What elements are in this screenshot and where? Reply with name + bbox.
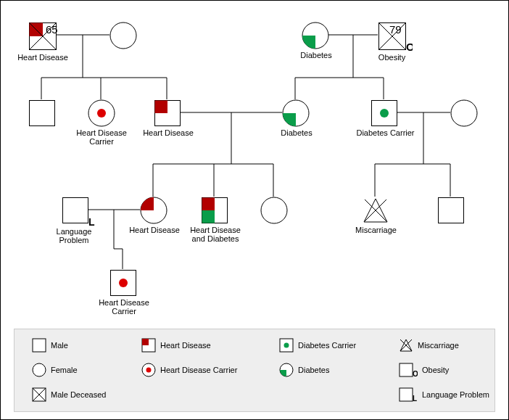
label-i3: Diabetes bbox=[291, 51, 342, 59]
label-j2: Heart Disease Carrier bbox=[72, 128, 131, 146]
label-k1: Language Problem bbox=[51, 227, 96, 244]
person-k2 bbox=[140, 197, 167, 226]
person-j3 bbox=[154, 99, 181, 128]
svg-point-40 bbox=[146, 368, 152, 373]
svg-point-25 bbox=[261, 197, 287, 223]
label-i4: Obesity bbox=[372, 53, 412, 62]
legend-female: Female bbox=[32, 363, 78, 377]
person-j1 bbox=[28, 99, 56, 128]
pedigree-connectors bbox=[1, 1, 508, 331]
svg-rect-10 bbox=[30, 101, 55, 126]
person-k1: L bbox=[62, 197, 95, 227]
legend-male-deceased: Male Deceased bbox=[32, 387, 106, 402]
person-i4: 79O bbox=[378, 22, 413, 52]
person-j4 bbox=[282, 99, 310, 128]
legend-panel: Male Female Male Deceased Heart Disease … bbox=[14, 329, 495, 412]
label-k5: Miscarriage bbox=[349, 226, 403, 234]
svg-text:O: O bbox=[406, 41, 413, 51]
legend-heart-disease-carrier: Heart Disease Carrier bbox=[141, 363, 237, 377]
label-j5: Diabetes Carrier bbox=[351, 128, 420, 137]
svg-rect-47 bbox=[400, 363, 413, 376]
person-k5 bbox=[362, 197, 389, 226]
svg-rect-19 bbox=[63, 198, 88, 223]
label-j3: Heart Disease bbox=[139, 128, 197, 137]
person-j2 bbox=[88, 99, 115, 128]
person-k6 bbox=[437, 197, 465, 226]
person-i3 bbox=[302, 22, 329, 51]
svg-point-17 bbox=[380, 109, 389, 118]
label-m1: Heart Disease Carrier bbox=[94, 298, 154, 316]
svg-text:L: L bbox=[88, 216, 95, 226]
label-i1: Heart Disease bbox=[14, 53, 72, 62]
svg-point-4 bbox=[110, 22, 136, 49]
svg-point-31 bbox=[119, 279, 128, 287]
person-i2 bbox=[109, 22, 137, 51]
pedigree-canvas: 65 Heart Disease Diabetes 79O Obesity He… bbox=[0, 0, 509, 420]
svg-rect-29 bbox=[439, 198, 464, 223]
label-k3: Heart Disease and Diabetes bbox=[185, 226, 246, 243]
svg-text:L: L bbox=[413, 395, 417, 402]
legend-obesity: OObesity bbox=[399, 363, 449, 377]
svg-rect-32 bbox=[33, 339, 46, 352]
person-k4 bbox=[260, 197, 288, 226]
svg-point-18 bbox=[451, 100, 477, 126]
legend-diabetes: Diabetes bbox=[279, 363, 329, 377]
svg-point-42 bbox=[284, 343, 289, 348]
svg-rect-23 bbox=[202, 198, 215, 211]
person-j6 bbox=[450, 99, 478, 128]
person-m1 bbox=[109, 269, 137, 298]
legend-male: Male bbox=[32, 338, 68, 353]
age-text: 79 bbox=[389, 23, 402, 36]
svg-point-33 bbox=[33, 363, 46, 376]
label-j4: Diabetes bbox=[271, 128, 322, 137]
age-text: 65 bbox=[46, 23, 57, 36]
person-i1: 65 bbox=[28, 22, 57, 52]
svg-rect-14 bbox=[155, 101, 168, 114]
person-j5 bbox=[371, 99, 398, 128]
legend-diabetes-carrier: Diabetes Carrier bbox=[279, 338, 356, 353]
legend-heart-disease: Heart Disease bbox=[141, 338, 211, 353]
svg-rect-38 bbox=[142, 339, 149, 345]
person-k3 bbox=[201, 197, 228, 226]
svg-rect-49 bbox=[400, 388, 413, 401]
svg-rect-24 bbox=[202, 210, 215, 223]
legend-language-problem: LLanguage Problem bbox=[399, 387, 489, 402]
svg-point-12 bbox=[97, 109, 106, 118]
svg-text:O: O bbox=[413, 370, 418, 377]
label-k2: Heart Disease bbox=[125, 226, 183, 234]
legend-miscarriage: Miscarriage bbox=[399, 338, 459, 353]
